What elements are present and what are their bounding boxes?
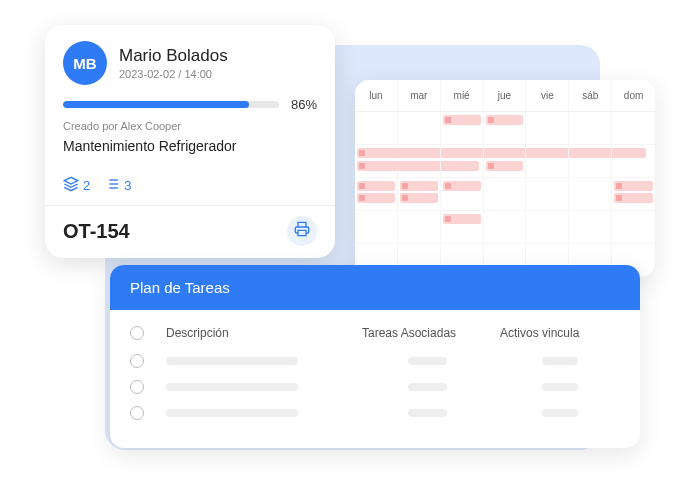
col-linked-assets: Activos vincula (500, 326, 620, 340)
user-row: MB Mario Bolados 2023-02-02 / 14:00 (63, 41, 317, 85)
skeleton-placeholder (408, 357, 447, 365)
print-button[interactable] (287, 216, 317, 246)
calendar-cell[interactable] (612, 145, 655, 178)
layers-icon (63, 176, 79, 195)
ot-number: OT-154 (63, 220, 130, 243)
calendar-cell[interactable] (612, 211, 655, 244)
calendar-event[interactable] (614, 193, 653, 203)
skeleton-placeholder (408, 409, 447, 417)
radio-button[interactable] (130, 380, 144, 394)
task-plan-columns: Descripción Tareas Asociadas Activos vin… (130, 326, 620, 340)
list-stat: 3 (104, 176, 131, 195)
col-associated-tasks: Tareas Asociadas (362, 326, 492, 340)
calendar-event[interactable] (400, 181, 438, 191)
calendar-cell[interactable] (484, 145, 527, 178)
calendar-cell[interactable] (355, 112, 398, 145)
progress-row: 86% (63, 97, 317, 112)
calendar-event[interactable] (443, 181, 481, 191)
list-count: 3 (124, 178, 131, 193)
day-header: dom (612, 80, 655, 111)
radio-button[interactable] (130, 406, 144, 420)
user-name: Mario Bolados (119, 46, 228, 66)
progress-fill (63, 101, 249, 108)
skeleton-placeholder (542, 409, 578, 417)
calendar-cell[interactable] (355, 211, 398, 244)
calendar-cell[interactable] (398, 211, 441, 244)
calendar-cell[interactable] (526, 145, 569, 178)
skeleton-placeholder (166, 357, 298, 365)
day-header: mar (398, 80, 441, 111)
col-description: Descripción (166, 326, 354, 340)
calendar-cell[interactable] (398, 145, 441, 178)
task-plan-body: Descripción Tareas Asociadas Activos vin… (110, 310, 640, 448)
task-plan-row[interactable] (130, 380, 620, 394)
calendar-header: lun mar mié jue vie sáb dom (355, 80, 655, 112)
calendar-cell[interactable] (612, 178, 655, 211)
progress-bar (63, 101, 279, 108)
skeleton-placeholder (408, 383, 447, 391)
day-header: lun (355, 80, 398, 111)
layers-stat: 2 (63, 176, 90, 195)
calendar-cell[interactable] (484, 112, 527, 145)
calendar-cell[interactable] (355, 145, 398, 178)
calendar-event[interactable] (486, 161, 524, 171)
calendar-event[interactable] (357, 193, 395, 203)
calendar-body (355, 112, 655, 277)
radio-button[interactable] (130, 354, 144, 368)
task-plan-header: Plan de Tareas (110, 265, 640, 310)
print-icon (294, 221, 310, 241)
calendar-cell[interactable] (441, 211, 484, 244)
calendar-cell[interactable] (398, 178, 441, 211)
calendar-cell[interactable] (355, 178, 398, 211)
calendar-cell[interactable] (569, 145, 612, 178)
list-icon (104, 176, 120, 195)
calendar-cell[interactable] (526, 112, 569, 145)
stats-row: 2 3 (63, 176, 317, 195)
calendar-event[interactable] (400, 193, 438, 203)
divider (45, 205, 335, 206)
layers-count: 2 (83, 178, 90, 193)
calendar-cell[interactable] (569, 112, 612, 145)
day-header: sáb (569, 80, 612, 111)
day-header: vie (526, 80, 569, 111)
work-order-card: MB Mario Bolados 2023-02-02 / 14:00 86% … (45, 25, 335, 258)
calendar-card: lun mar mié jue vie sáb dom (355, 80, 655, 277)
calendar-cell[interactable] (484, 178, 527, 211)
task-plan-card: Plan de Tareas Descripción Tareas Asocia… (110, 265, 640, 448)
calendar-cell[interactable] (484, 211, 527, 244)
calendar-cell[interactable] (612, 112, 655, 145)
calendar-event[interactable] (443, 115, 481, 125)
skeleton-placeholder (166, 409, 298, 417)
task-title: Mantenimiento Refrigerador (63, 138, 317, 154)
radio-button[interactable] (130, 326, 144, 340)
skeleton-placeholder (166, 383, 298, 391)
calendar-cell[interactable] (398, 112, 441, 145)
calendar-cell[interactable] (441, 178, 484, 211)
progress-percent: 86% (291, 97, 317, 112)
calendar-cell[interactable] (526, 211, 569, 244)
created-by-label: Creado por Alex Cooper (63, 120, 317, 132)
task-plan-row[interactable] (130, 354, 620, 368)
calendar-cell[interactable] (569, 178, 612, 211)
task-plan-row[interactable] (130, 406, 620, 420)
calendar-cell[interactable] (441, 145, 484, 178)
calendar-cell[interactable] (526, 178, 569, 211)
calendar-event[interactable] (486, 115, 524, 125)
day-header: mié (441, 80, 484, 111)
calendar-cell[interactable] (441, 112, 484, 145)
ot-row: OT-154 (63, 216, 317, 246)
calendar-cell[interactable] (569, 211, 612, 244)
user-datetime: 2023-02-02 / 14:00 (119, 68, 228, 80)
calendar-event[interactable] (443, 214, 481, 224)
calendar-event[interactable] (357, 181, 395, 191)
skeleton-placeholder (542, 357, 578, 365)
day-header: jue (484, 80, 527, 111)
calendar-event[interactable] (614, 181, 653, 191)
skeleton-placeholder (542, 383, 578, 391)
avatar: MB (63, 41, 107, 85)
